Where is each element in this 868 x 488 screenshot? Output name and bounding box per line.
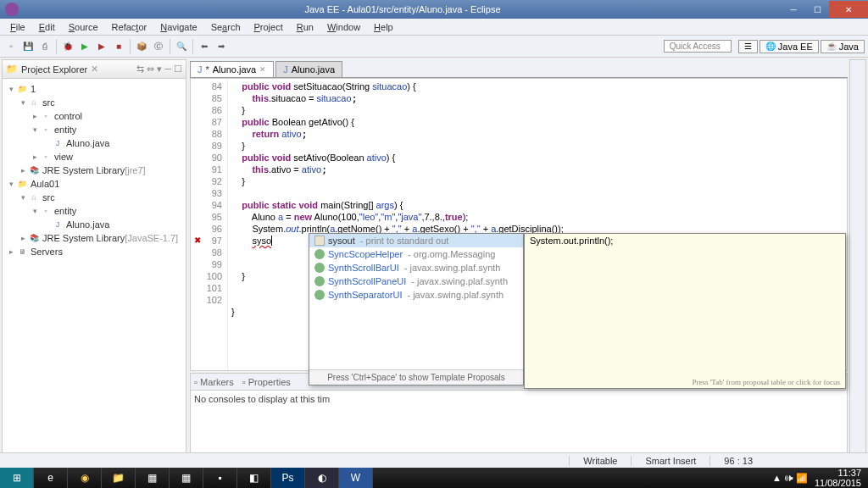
menu-edit[interactable]: Edit — [32, 20, 62, 34]
tree-aluno2[interactable]: Aluno.java — [66, 219, 109, 230]
menu-help[interactable]: Help — [367, 20, 400, 34]
tray-date: 11/08/2015 — [815, 478, 861, 488]
tree-jre1[interactable]: JRE System Library — [42, 165, 125, 175]
menu-run[interactable]: Run — [290, 20, 320, 34]
error-marker-icon[interactable] — [192, 235, 206, 247]
taskbar-chrome-icon[interactable]: ◉ — [68, 468, 102, 488]
menu-window[interactable]: Window — [320, 20, 367, 34]
stop-icon[interactable]: ■ — [111, 39, 126, 54]
tree-src2[interactable]: src — [42, 192, 55, 202]
status-position: 96 : 13 — [709, 456, 766, 466]
tree-view[interactable]: view — [54, 152, 73, 162]
class-icon — [314, 276, 325, 286]
line-numbers: 8485868788899091929394959697989910010110… — [191, 79, 228, 370]
new-package-icon[interactable]: 📦 — [134, 39, 149, 54]
new-class-icon[interactable]: Ⓒ — [151, 39, 166, 54]
taskbar-app-icon[interactable]: ▦ — [170, 468, 203, 488]
tree-control[interactable]: control — [54, 111, 82, 121]
folder-icon: 📁 — [6, 64, 18, 75]
doc-content: System.out.println(); — [530, 236, 840, 378]
tree-servers[interactable]: Servers — [31, 247, 63, 257]
maximize-button[interactable]: ☐ — [805, 1, 829, 18]
status-writable: Writable — [569, 456, 631, 466]
project-explorer-view: 📁 Project Explorer ✕ ⇆ ⇔ ▾ ─ ☐ ▾📁1 ▾⌂src… — [2, 59, 186, 466]
menu-bar: File Edit Source Refactor Navigate Searc… — [0, 19, 868, 36]
minimized-view-stack[interactable] — [849, 59, 866, 466]
proposal-syncscope[interactable]: SyncScopeHelper - org.omg.Messaging — [309, 247, 523, 261]
java-file-icon: J — [198, 64, 203, 75]
minimize-view-icon[interactable]: ─ — [164, 64, 171, 75]
close-button[interactable]: ✕ — [829, 1, 868, 18]
minimize-button[interactable]: ─ — [782, 1, 805, 18]
content-assist-popup[interactable]: sysout - print to standard out SyncScope… — [309, 233, 524, 385]
class-icon — [314, 263, 325, 273]
save-icon[interactable]: 💾 — [20, 39, 36, 54]
collapse-all-icon[interactable]: ⇆ — [136, 64, 144, 75]
perspective-javaee[interactable]: 🌐 Java EE — [760, 40, 819, 53]
project-explorer-title: Project Explorer — [21, 64, 87, 75]
tab-aluno-active[interactable]: J *Aluno.java ✕ — [190, 61, 274, 77]
properties-tab[interactable]: ▫ Properties — [242, 377, 291, 387]
status-insert: Smart Insert — [631, 456, 709, 466]
proposal-sysout[interactable]: sysout - print to standard out — [309, 234, 523, 247]
tree-jre2[interactable]: JRE System Library — [42, 233, 125, 243]
search-icon[interactable]: 🔍 — [174, 39, 189, 54]
taskbar-explorer-icon[interactable]: 📁 — [102, 468, 136, 488]
tree-aluno[interactable]: Aluno.java — [66, 138, 109, 148]
proposal-synthscrollbar[interactable]: SynthScrollBarUI - javax.swing.plaf.synt… — [309, 261, 523, 274]
doc-hint: Press 'Tab' from proposal table or click… — [530, 378, 840, 386]
tab-aluno-inactive[interactable]: J Aluno.java — [275, 61, 342, 77]
system-tray[interactable]: ▲ 🕪 📶 11:3711/08/2015 — [765, 468, 868, 488]
tree-root[interactable]: 1 — [31, 84, 36, 94]
taskbar-ps-icon[interactable]: Ps — [271, 468, 305, 488]
markers-tab[interactable]: ▫ Markers — [194, 377, 234, 387]
maximize-view-icon[interactable]: ☐ — [174, 64, 182, 75]
proposal-doc-popup[interactable]: System.out.println(); Press 'Tab' from p… — [524, 233, 846, 389]
taskbar-eclipse-icon[interactable]: ◐ — [305, 468, 339, 488]
open-perspective-button[interactable]: ☰ — [738, 40, 758, 53]
debug-icon[interactable]: 🐞 — [60, 39, 75, 54]
windows-taskbar: ⊞ e ◉ 📁 ▦ ▦ ▪ ◧ Ps ◐ W ▲ 🕪 📶 11:3711/08/… — [0, 468, 868, 488]
run-icon[interactable]: ▶ — [77, 39, 92, 54]
window-title: Java EE - Aula01/src/entity/Aluno.java -… — [24, 4, 782, 14]
run-last-icon[interactable]: ▶ — [94, 39, 109, 54]
menu-refactor[interactable]: Refactor — [105, 20, 154, 34]
toolbar: ▫ 💾 ⎙ 🐞 ▶ ▶ ■ 📦 Ⓒ 🔍 ⬅ ➡ Quick Access ☰ 🌐… — [0, 36, 868, 58]
save-all-icon[interactable]: ⎙ — [37, 39, 53, 54]
tree-src1[interactable]: src — [42, 97, 55, 108]
taskbar-word-icon[interactable]: W — [339, 468, 373, 488]
menu-file[interactable]: File — [3, 20, 32, 34]
link-editor-icon[interactable]: ⇔ — [147, 64, 154, 75]
status-bar: Writable Smart Insert 96 : 13 — [0, 452, 868, 468]
class-icon — [314, 249, 325, 259]
taskbar-cmd-icon[interactable]: ▪ — [203, 468, 237, 488]
taskbar-ie-icon[interactable]: e — [34, 468, 68, 488]
quick-access-input[interactable]: Quick Access — [664, 40, 732, 53]
tab-close-icon[interactable]: ✕ — [259, 65, 266, 74]
view-tab-close-icon[interactable]: ✕ — [91, 64, 98, 75]
taskbar-vbox-icon[interactable]: ◧ — [237, 468, 271, 488]
menu-navigate[interactable]: Navigate — [153, 20, 203, 34]
taskbar-app-icon[interactable]: ▦ — [136, 468, 170, 488]
proposal-synthseparator[interactable]: SynthSeparatorUI - javax.swing.plaf.synt… — [309, 288, 523, 302]
window-title-bar: Java EE - Aula01/src/entity/Aluno.java -… — [0, 0, 868, 19]
menu-project[interactable]: Project — [248, 20, 290, 34]
tray-time: 11:37 — [837, 468, 861, 478]
popup-hint: Press 'Ctrl+Space' to show Template Prop… — [309, 369, 523, 385]
menu-source[interactable]: Source — [62, 20, 105, 34]
view-menu-icon[interactable]: ▾ — [157, 64, 162, 75]
tree-entity[interactable]: entity — [54, 125, 76, 135]
tree-aula01[interactable]: Aula01 — [31, 179, 59, 189]
class-icon — [314, 290, 325, 300]
perspective-java[interactable]: ☕ Java — [821, 40, 865, 53]
project-tree[interactable]: ▾📁1 ▾⌂src ▸▫control ▾▫entity JAluno.java… — [3, 79, 186, 262]
forward-icon[interactable]: ➡ — [214, 39, 229, 54]
menu-search[interactable]: Search — [204, 20, 248, 34]
start-button[interactable]: ⊞ — [0, 468, 34, 488]
tray-icons[interactable]: ▲ 🕪 📶 — [772, 473, 808, 484]
java-file-icon: J — [283, 64, 288, 75]
proposal-synthscrollpane[interactable]: SynthScrollPaneUI - javax.swing.plaf.syn… — [309, 274, 523, 288]
back-icon[interactable]: ⬅ — [197, 39, 212, 54]
tree-entity2[interactable]: entity — [54, 206, 76, 216]
new-icon[interactable]: ▫ — [3, 39, 19, 54]
